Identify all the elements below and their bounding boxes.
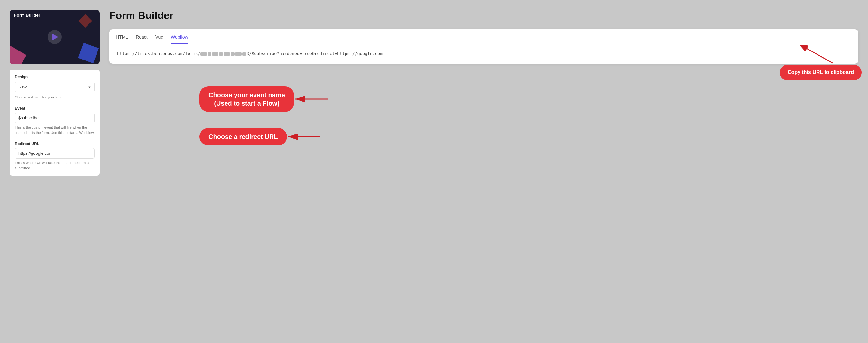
redirect-arrow-svg: [285, 132, 324, 142]
event-field-group: Event This is the custom event that will…: [15, 106, 95, 135]
shape-red: [79, 14, 92, 28]
design-label: Design: [15, 75, 95, 79]
redacted-7: [235, 53, 242, 56]
redacted-3: [212, 53, 218, 56]
redirect-annotation-row: Choose a redirect URL: [110, 128, 858, 146]
tab-webflow[interactable]: Webflow: [171, 34, 188, 44]
tab-html[interactable]: HTML: [116, 34, 128, 44]
copy-url-annotation-wrapper: Copy this URL to clipboard: [780, 45, 865, 81]
redirect-annotation-bubble: Choose a redirect URL: [199, 128, 287, 146]
tabs-bar: HTML React Vue Webflow: [110, 29, 858, 44]
event-arrow-svg: [292, 94, 331, 104]
code-card: HTML React Vue Webflow https://track.ben…: [110, 29, 858, 64]
event-hint: This is the custom event that will fire …: [15, 125, 95, 135]
redacted-6: [231, 53, 235, 56]
event-annotation-row: Choose your event name (Used to start a …: [110, 86, 858, 112]
event-annotation-line1: Choose your event name: [209, 91, 285, 99]
code-body: https://track.bentonow.com/forms/3/$subs…: [110, 44, 858, 64]
event-annotation-bubble: Choose your event name (Used to start a …: [199, 86, 294, 112]
redirect-field-group: Redirect URL This is where we will take …: [15, 142, 95, 170]
event-input[interactable]: [15, 113, 95, 123]
redirect-hint: This is where we will take them after th…: [15, 161, 95, 170]
tab-react[interactable]: React: [136, 34, 148, 44]
thumbnail-card: Form Builder: [10, 10, 100, 64]
design-select[interactable]: Raw: [15, 82, 95, 92]
copy-url-label: Copy this URL to clipboard: [787, 69, 854, 75]
tab-vue[interactable]: Vue: [155, 34, 163, 44]
redacted-4: [219, 53, 223, 56]
thumbnail-shapes: [10, 10, 100, 64]
copy-url-bubble: Copy this URL to clipboard: [780, 65, 862, 81]
redacted-1: [200, 53, 207, 56]
redirect-input[interactable]: [15, 148, 95, 159]
redacted-5: [224, 53, 230, 56]
redirect-label: Redirect URL: [15, 142, 95, 146]
page-title: Form Builder: [110, 10, 858, 22]
design-section: Design Raw ▼ Choose a design for your fo…: [10, 69, 100, 176]
url-prefix: https://track.bentonow.com/forms/: [117, 51, 200, 56]
shape-pink: [10, 45, 26, 64]
redacted-2: [208, 53, 211, 56]
redirect-annotation-label: Choose a redirect URL: [209, 133, 278, 140]
redacted-8: [242, 53, 246, 56]
design-hint: Choose a design for your form.: [15, 95, 95, 100]
shape-blue: [78, 43, 99, 63]
code-card-wrapper: HTML React Vue Webflow https://track.ben…: [110, 29, 858, 64]
url-suffix: 3/$subscribe?hardened=true&redirect=http…: [246, 51, 382, 56]
copy-url-arrow-svg: [800, 45, 839, 65]
event-label: Event: [15, 106, 95, 111]
svg-line-1: [807, 49, 833, 63]
right-panel: Form Builder HTML React Vue Webflow http…: [110, 10, 858, 146]
event-annotation-line2: (Used to start a Flow): [209, 99, 285, 107]
design-select-wrapper: Raw ▼: [15, 82, 95, 92]
left-panel: Form Builder Design Raw ▼ Choose a desig…: [10, 10, 100, 176]
